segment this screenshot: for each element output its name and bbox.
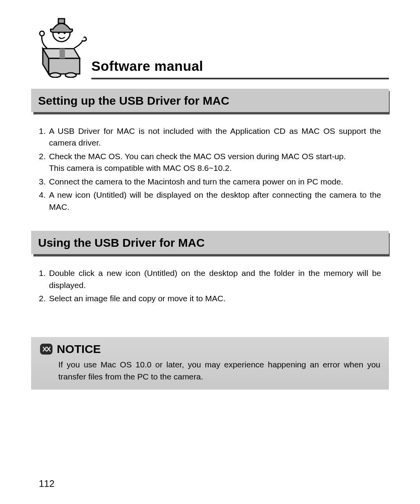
header-divider <box>91 78 389 79</box>
svg-point-7 <box>58 32 60 34</box>
notice-box: NOTICE If you use Mac OS 10.0 or later, … <box>31 337 389 390</box>
svg-point-10 <box>65 73 76 77</box>
notice-heading: NOTICE <box>40 342 380 356</box>
list-text: Check the MAC OS. You can check the MAC … <box>49 151 381 174</box>
list-text: Select an image file and copy or move it… <box>49 293 381 304</box>
svg-point-8 <box>64 32 66 34</box>
svg-rect-11 <box>40 344 52 355</box>
section-heading-bar: Setting up the USB Driver for MAC <box>31 89 389 112</box>
list-number: 1. <box>39 267 49 291</box>
list-number: 3. <box>39 176 49 188</box>
mascot-illustration <box>31 12 91 79</box>
notice-label: NOTICE <box>57 342 101 356</box>
list-text: A USB Driver for MAC is not included wit… <box>49 125 381 149</box>
list-number: 2. <box>39 151 49 174</box>
list-item: 2. Check the MAC OS. You can check the M… <box>39 151 381 174</box>
section-body: 1. Double click a new icon (Untitled) on… <box>39 267 381 304</box>
list-item: 3. Connect the camera to the Macintosh a… <box>39 176 381 188</box>
manual-page: Software manual Setting up the USB Drive… <box>0 0 420 504</box>
list-item: 4. A new icon (Untitled) will be display… <box>39 189 381 213</box>
svg-rect-3 <box>60 49 65 58</box>
list-number: 2. <box>39 293 49 304</box>
list-item: 2. Select an image file and copy or move… <box>39 293 381 304</box>
svg-point-9 <box>50 73 61 77</box>
section-heading-bar: Using the USB Driver for MAC <box>31 231 389 254</box>
notice-body: If you use Mac OS 10.0 or later, you may… <box>58 359 380 383</box>
page-title: Software manual <box>91 58 389 76</box>
list-text-main: Check the MAC OS. You can check the MAC … <box>49 152 346 161</box>
section-heading: Using the USB Driver for MAC <box>31 231 389 254</box>
section-heading: Setting up the USB Driver for MAC <box>31 89 389 112</box>
page-header: Software manual <box>31 12 389 79</box>
list-number: 1. <box>39 125 49 149</box>
list-item: 1. A USB Driver for MAC is not included … <box>39 125 381 149</box>
list-text: Double click a new icon (Untitled) on th… <box>49 267 381 291</box>
list-number: 4. <box>39 189 49 213</box>
svg-rect-6 <box>58 19 65 23</box>
list-item: 1. Double click a new icon (Untitled) on… <box>39 267 381 291</box>
list-text: Connect the camera to the Macintosh and … <box>49 176 381 188</box>
svg-marker-1 <box>49 58 80 74</box>
svg-point-4 <box>40 31 44 36</box>
section-body: 1. A USB Driver for MAC is not included … <box>39 125 381 213</box>
notice-icon <box>40 343 53 355</box>
page-number: 112 <box>39 478 54 489</box>
list-text: A new icon (Untitled) will be displayed … <box>49 189 381 213</box>
list-text-sub: This camera is compatible with MAC OS 8.… <box>49 162 381 174</box>
